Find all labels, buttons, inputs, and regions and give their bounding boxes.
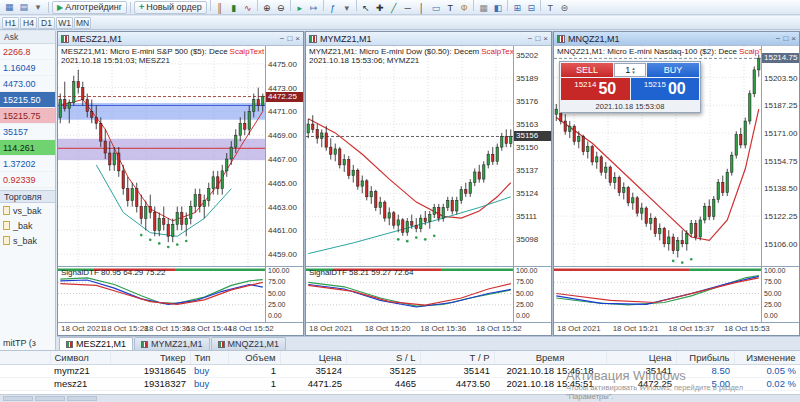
crosshair-icon[interactable]: ✚: [373, 1, 387, 14]
chart-window-titlebar[interactable]: MNQZ21,M1 − □ ×: [554, 32, 799, 46]
timeframe-h4[interactable]: H4: [20, 17, 37, 29]
position-row[interactable]: mesz2119318327buy14471.2544654473.502021…: [0, 377, 800, 390]
timeframe-w1[interactable]: W1: [56, 17, 73, 29]
toolbox-tab-stub[interactable]: [35, 396, 65, 401]
window-minimize-button[interactable]: −: [528, 34, 533, 43]
column-header[interactable]: Объем: [228, 351, 280, 364]
column-header[interactable]: Прибыль: [676, 351, 734, 364]
trade-section-header[interactable]: Торговля: [0, 190, 55, 203]
market-watch-row[interactable]: 4473.00: [0, 76, 55, 92]
new-chart-icon[interactable]: ▦: [2, 1, 17, 14]
navigator-item[interactable]: s_bak: [0, 233, 55, 248]
fibonacci-icon[interactable]: Ф: [457, 1, 471, 14]
window-restore-button[interactable]: □: [535, 34, 540, 43]
time-axis[interactable]: 18 Oct 202118 Oct 15:2118 Oct 15:3718 Oc…: [554, 323, 799, 335]
toolbox-tab-stub[interactable]: [3, 396, 33, 401]
column-header[interactable]: Символ: [50, 351, 110, 364]
chart-tab-mnqz21-m1[interactable]: MNQZ21,M1: [211, 337, 287, 350]
window-restore-button[interactable]: □: [783, 34, 788, 43]
buy-price-box[interactable]: 15215 00: [631, 78, 700, 100]
lot-size-input[interactable]: 1 ▴▾: [614, 63, 646, 77]
chart-window-titlebar[interactable]: MESZ21,M1 − □ ×: [58, 32, 303, 46]
price-plot[interactable]: MNQZ21,M1: Micro E-mini Nasdaq-100 ($2):…: [554, 46, 761, 266]
text-label-icon[interactable]: Т: [543, 1, 557, 14]
window-minimize-button[interactable]: −: [776, 34, 781, 43]
market-watch-row[interactable]: 2266.8: [0, 44, 55, 60]
price-plot[interactable]: MESZ21,M1: Micro E-mini S&P 500 ($5): De…: [58, 46, 265, 266]
candlestick-chart-icon[interactable]: ▮: [227, 1, 241, 14]
indicators-icon[interactable]: ƒ: [326, 1, 340, 14]
chart-tab-mesz21-m1[interactable]: MESZ21,M1: [59, 337, 133, 350]
zoom-in-icon[interactable]: ⊕: [260, 1, 274, 14]
rectangle-icon[interactable]: ▭: [429, 1, 444, 14]
sell-price-box[interactable]: 15214 50: [561, 78, 630, 100]
auto-scroll-icon[interactable]: ▸: [293, 1, 307, 14]
indicator-scale[interactable]: 100.0075.0050.0025.000.00: [761, 267, 799, 322]
chart-tab-mymz21-m1[interactable]: MYMZ21,M1: [134, 337, 210, 350]
zoom-out-icon[interactable]: ⊖: [274, 1, 288, 14]
toolbox-tab-stub[interactable]: [67, 396, 97, 401]
buy-button[interactable]: BUY: [647, 63, 699, 77]
timeframe-mn[interactable]: MN: [74, 17, 91, 29]
timeframe-h1[interactable]: H1: [2, 17, 19, 29]
column-header[interactable]: [0, 351, 50, 364]
profiles-icon[interactable]: ▤: [17, 1, 32, 14]
market-watch-row[interactable]: 0.92339: [0, 172, 55, 188]
chart-shift-icon[interactable]: ↦: [307, 1, 321, 14]
indicator-plot[interactable]: SignalDTF 58.21 59.27 72.64: [306, 267, 513, 322]
market-watch-row[interactable]: 114.261: [0, 140, 55, 156]
algo-trading-button[interactable]: ▶ Алготрейдинг: [52, 1, 127, 14]
time-axis[interactable]: 18 Oct 202118 Oct 15:2018 Oct 15:3618 Oc…: [306, 323, 551, 335]
navigator-item[interactable]: vs_bak: [0, 203, 55, 218]
market-watch-row[interactable]: 15215.50: [0, 92, 55, 108]
column-header[interactable]: Тип: [190, 351, 228, 364]
window-close-button[interactable]: ×: [543, 34, 548, 43]
bar-chart-icon[interactable]: ║: [213, 1, 227, 14]
window-close-button[interactable]: ×: [295, 34, 300, 43]
position-row[interactable]: mymz2119318645buy13512435125351412021.10…: [0, 364, 800, 377]
tile-windows-icon[interactable]: ⊞: [510, 1, 524, 14]
vertical-line-icon[interactable]: │: [415, 1, 429, 14]
window-minimize-button[interactable]: −: [280, 34, 285, 43]
price-scale[interactable]: 15203.5015187.2515171.0015154.7515138.50…: [761, 46, 799, 266]
indicator-plot[interactable]: [554, 267, 761, 322]
sell-button[interactable]: SELL: [561, 63, 613, 77]
window-close-button[interactable]: ×: [791, 34, 796, 43]
timeframe-d1[interactable]: D1: [38, 17, 55, 29]
price-plot[interactable]: MYMZ21,M1: Micro E-mini Dow ($0.50): Dec…: [306, 46, 513, 266]
ellipse-icon[interactable]: ⊜: [557, 1, 571, 14]
market-watch-row[interactable]: 1.16049: [0, 60, 55, 76]
indicator-plot[interactable]: SignalDTF 80.95 64.29 75.22: [58, 267, 265, 322]
market-watch-row[interactable]: 15215.75: [0, 108, 55, 124]
price-scale[interactable]: 3520235189351763516335150351373512435111…: [513, 46, 551, 266]
text-icon[interactable]: T: [443, 1, 457, 14]
lot-stepper[interactable]: ▴▾: [632, 66, 635, 74]
window-restore-button[interactable]: □: [287, 34, 292, 43]
cascade-windows-icon[interactable]: ⊟: [524, 1, 538, 14]
indicator-scale[interactable]: 100.0075.0050.0025.000.00: [513, 267, 551, 322]
chart-window-titlebar[interactable]: MYMZ21,M1 − □ ×: [306, 32, 551, 46]
column-header[interactable]: Тикер: [110, 351, 190, 364]
new-order-button[interactable]: + Новый ордер: [134, 1, 207, 14]
profiles-dropdown-icon[interactable]: ▾: [31, 1, 45, 14]
expert-advisor-label[interactable]: mitTP (з: [3, 338, 36, 348]
column-header[interactable]: Время: [494, 351, 606, 364]
navigator-item[interactable]: _bak: [0, 218, 55, 233]
market-watch-column-header[interactable]: Ask: [0, 31, 55, 44]
indicator-scale[interactable]: 100.0075.0050.0025.000.00: [265, 267, 303, 322]
market-watch-row[interactable]: 1.37202: [0, 156, 55, 172]
market-watch-row[interactable]: 35157: [0, 124, 55, 140]
trendline-icon[interactable]: ╱: [387, 1, 401, 14]
horizontal-line-icon[interactable]: ─: [401, 1, 415, 14]
column-header[interactable]: Цена: [606, 351, 676, 364]
grid-icon[interactable]: ▦: [476, 1, 491, 14]
stepper-down-icon[interactable]: ▾: [632, 70, 635, 74]
column-header[interactable]: Цена: [280, 351, 346, 364]
line-chart-icon[interactable]: ∿: [241, 1, 255, 14]
column-header[interactable]: S / L: [346, 351, 420, 364]
indicators-dropdown-icon[interactable]: ▾: [340, 1, 354, 14]
time-axis[interactable]: 18 Oct 202118 Oct 15:2818 Oct 15:3618 Oc…: [58, 323, 303, 335]
colors-icon[interactable]: ◧: [491, 1, 506, 14]
column-header[interactable]: Изменение: [734, 351, 800, 364]
cursor-icon[interactable]: ↖: [359, 1, 373, 14]
